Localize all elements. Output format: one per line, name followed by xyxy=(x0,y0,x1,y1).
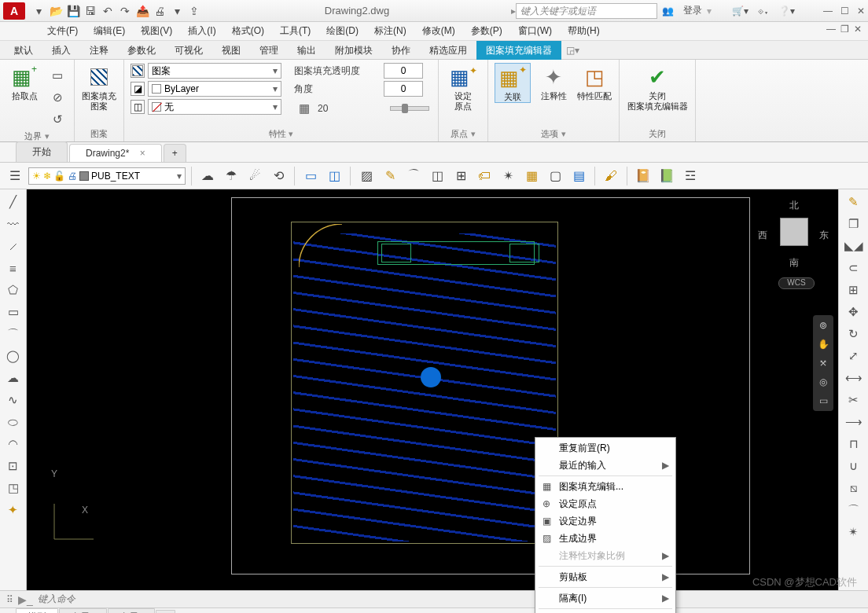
menu-help[interactable]: 帮助(H) xyxy=(560,24,608,38)
zoom-extents-icon[interactable]: ⤧ xyxy=(819,358,827,369)
bg-swatch-icon[interactable]: ◫ xyxy=(131,100,145,114)
menu-params[interactable]: 参数(P) xyxy=(463,24,510,38)
box-icon[interactable]: ▢ xyxy=(545,166,565,186)
tab-featured[interactable]: 精选应用 xyxy=(420,41,476,60)
erase-icon[interactable]: ✎ xyxy=(844,193,864,211)
menu-edit[interactable]: 编辑(E) xyxy=(86,24,133,38)
arc-tool-icon[interactable]: ⌒ xyxy=(403,166,424,186)
saveas-icon[interactable]: 🖫 xyxy=(82,2,99,20)
tab-model[interactable]: 模型 xyxy=(16,608,58,613)
panel-title-options[interactable]: 选项 xyxy=(495,127,612,141)
drawing-canvas[interactable]: 北 南 东 西 WCS ⊚ ✋ ⤧ ◎ ▭ YX xyxy=(27,189,838,590)
scale-slider[interactable] xyxy=(390,106,429,111)
redo-icon[interactable]: ↷ xyxy=(116,2,134,20)
vp-icon[interactable]: ▭ xyxy=(300,166,321,186)
hatch-tool-icon[interactable]: ▨ xyxy=(356,166,377,186)
ctx-item[interactable]: ⊕设定原点 xyxy=(535,495,675,512)
app-logo[interactable]: A xyxy=(3,2,25,20)
menu-tools[interactable]: 工具(T) xyxy=(272,24,318,38)
explode-icon[interactable]: ✴ xyxy=(498,166,518,186)
cmd-handle-icon[interactable]: ⠿ xyxy=(6,594,13,605)
remove-boundary-icon[interactable]: ⊘ xyxy=(47,88,68,107)
share-icon[interactable]: ⇪ xyxy=(186,2,203,20)
book-icon[interactable]: 📗 xyxy=(657,166,677,186)
extend-icon[interactable]: ⟶ xyxy=(844,413,864,431)
tab-default[interactable]: 默认 xyxy=(5,41,42,60)
menu-modify[interactable]: 修改(M) xyxy=(414,24,463,38)
help-search-input[interactable]: 键入关键字或短语 xyxy=(516,3,657,19)
panel-title-origin[interactable]: 原点 xyxy=(445,127,481,141)
ctx-item[interactable]: 最近的输入▶ xyxy=(535,457,675,474)
make-block-icon[interactable]: ◳ xyxy=(3,479,24,497)
open-icon[interactable]: 📂 xyxy=(47,2,64,20)
ctx-item[interactable]: ▨生成边界 xyxy=(535,530,675,547)
layer-misc-icon[interactable]: ⟲ xyxy=(268,166,289,186)
explode2-icon[interactable]: ✴ xyxy=(844,523,864,541)
layer-iso-icon[interactable]: ☂ xyxy=(221,166,241,186)
tab-visualize[interactable]: 可视化 xyxy=(165,41,212,60)
minimize-button[interactable]: — xyxy=(823,6,833,17)
table-icon[interactable]: ▦ xyxy=(521,166,542,186)
block-icon[interactable]: ◫ xyxy=(427,166,447,186)
chamfer-icon[interactable]: ⧅ xyxy=(844,479,864,497)
pencil-icon[interactable]: ✎ xyxy=(380,166,400,186)
view-cube[interactable]: 北 南 东 西 xyxy=(758,199,829,270)
tab-layout1[interactable]: 布局1 xyxy=(59,608,107,613)
copy-icon[interactable]: ❐ xyxy=(844,215,864,233)
spline-tool-icon[interactable]: ∿ xyxy=(3,391,24,409)
close-button[interactable]: ✕ xyxy=(857,6,865,17)
ctx-item[interactable]: 重复前置(R) xyxy=(535,439,675,457)
menu-file[interactable]: 文件(F) xyxy=(39,24,86,38)
construction-line-icon[interactable]: ⟋ xyxy=(3,237,24,255)
tab-hatch-editor[interactable]: 图案填充编辑器 xyxy=(476,41,561,60)
pan-icon[interactable]: ✋ xyxy=(818,339,829,350)
menu-draw[interactable]: 绘图(D) xyxy=(318,24,366,38)
menu-insert[interactable]: 插入(I) xyxy=(180,24,223,38)
scale-value[interactable]: 20 xyxy=(318,103,387,114)
insert-block-icon[interactable]: ⊡ xyxy=(3,457,24,475)
hatch-pattern-button[interactable]: 图案填充 图案 xyxy=(81,63,117,112)
menu-dimension[interactable]: 标注(N) xyxy=(366,24,414,38)
vp2-icon[interactable]: ◫ xyxy=(324,166,344,186)
brush-icon[interactable]: 🖌 xyxy=(601,166,621,186)
move-icon[interactable]: ✥ xyxy=(844,303,864,321)
close-editor-button[interactable]: ✔ 关闭 图案填充编辑器 xyxy=(626,63,689,112)
mdi-min-button[interactable]: — xyxy=(826,24,836,35)
offset-icon[interactable]: ⊂ xyxy=(844,259,864,277)
angle-value[interactable]: 0 xyxy=(384,81,423,97)
arc-icon[interactable]: ⌒ xyxy=(3,325,24,343)
hatch-bg-dropdown[interactable]: 无 xyxy=(148,99,281,115)
mirror-icon[interactable]: ◣◢ xyxy=(844,237,864,255)
mdi-restore-button[interactable]: ❐ xyxy=(840,24,849,35)
tab-addons[interactable]: 附加模块 xyxy=(326,41,382,60)
multiline-tool-icon[interactable]: ≡ xyxy=(3,259,24,277)
color-swatch-icon[interactable]: ◪ xyxy=(131,82,145,96)
cart-icon[interactable]: 🛒▾ xyxy=(727,6,753,17)
new-tab-button[interactable]: + xyxy=(164,144,186,162)
ctx-item[interactable]: 注释性对象比例▶ xyxy=(535,547,675,564)
menu-window[interactable]: 窗口(W) xyxy=(510,24,560,38)
tab-drawing2[interactable]: Drawing2* × xyxy=(69,144,162,162)
transparency-value[interactable]: 0 xyxy=(384,63,423,79)
print-icon[interactable]: 🖨 xyxy=(151,2,168,20)
ellipse-tool-icon[interactable]: ⬭ xyxy=(3,413,24,431)
ctx-item[interactable]: 剪贴板▶ xyxy=(535,568,675,585)
set-origin-button[interactable]: ▦✦ 设定 原点 xyxy=(445,63,481,112)
ctx-item[interactable]: ▦图案填充编辑... xyxy=(535,478,675,495)
ctx-item[interactable]: ▣设定边界 xyxy=(535,512,675,530)
tab-close-icon[interactable]: × xyxy=(140,148,145,159)
save-icon[interactable]: 💾 xyxy=(64,2,82,20)
break-icon[interactable]: ⊓ xyxy=(844,435,864,453)
menu-format[interactable]: 格式(O) xyxy=(224,24,272,38)
select-boundary-icon[interactable]: ▭ xyxy=(47,66,68,85)
maximize-button[interactable]: ☐ xyxy=(840,6,849,17)
hatch-color-dropdown[interactable]: ByLayer xyxy=(148,81,281,97)
tag-icon[interactable]: 🏷 xyxy=(474,166,495,186)
pick-points-button[interactable]: ▦+ 拾取点 xyxy=(6,63,42,101)
add-layout-button[interactable]: + xyxy=(156,610,175,614)
layer-off-icon[interactable]: ☄ xyxy=(245,166,265,186)
associative-button[interactable]: ▦✦ 关联 xyxy=(495,63,531,103)
tab-collab[interactable]: 协作 xyxy=(382,41,420,60)
tab-manage[interactable]: 管理 xyxy=(250,41,288,60)
match-props-button[interactable]: ◳ 特性匹配 xyxy=(576,63,612,101)
